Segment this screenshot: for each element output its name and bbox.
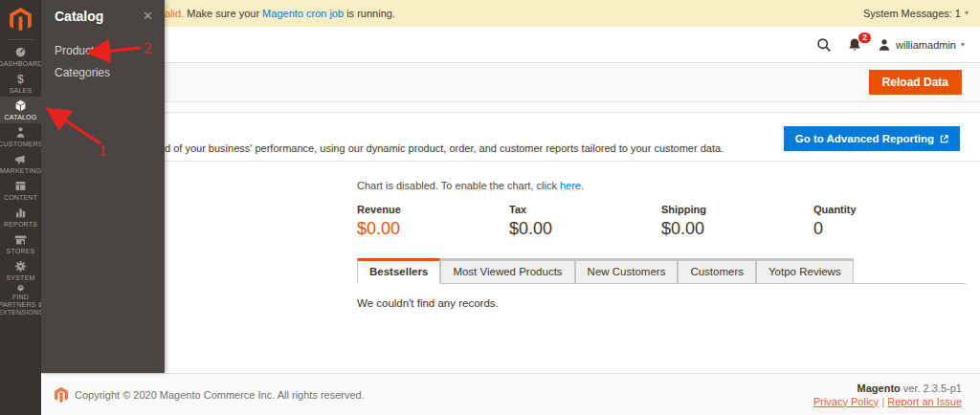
quantity-stat: Quantity 0 bbox=[813, 204, 966, 239]
dashboard-page-header: Reload Data bbox=[41, 63, 980, 102]
shipping-label: Shipping bbox=[661, 204, 813, 215]
flyout-item-products[interactable]: Products bbox=[41, 40, 165, 62]
footer-version-block: Magento ver. 2.3.5-p1 Privacy Policy | R… bbox=[813, 382, 962, 408]
sidebar-item-content[interactable]: CONTENT bbox=[0, 177, 41, 204]
system-messages-dropdown[interactable]: System Messages: 1 ▾ bbox=[863, 8, 980, 19]
tab-bestsellers[interactable]: Bestsellers bbox=[357, 258, 440, 284]
shipping-value: $0.00 bbox=[661, 219, 813, 239]
magento-admin-app: alid. Make sure your Magento cron job is… bbox=[0, 0, 980, 415]
no-records-message: We couldn't find any records. bbox=[357, 297, 966, 309]
content-icon bbox=[14, 180, 27, 192]
copyright-text: Copyright © 2020 Magento Commerce Inc. A… bbox=[75, 389, 365, 401]
go-to-advanced-reporting-button[interactable]: Go to Advanced Reporting bbox=[784, 126, 960, 151]
catalog-icon bbox=[14, 99, 27, 112]
revenue-stat: Revenue $0.00 bbox=[357, 204, 509, 239]
shipping-stat: Shipping $0.00 bbox=[661, 204, 813, 239]
search-button[interactable] bbox=[816, 37, 832, 53]
tab-customers[interactable]: Customers bbox=[678, 258, 756, 284]
sidebar-item-marketing[interactable]: MARKETING bbox=[0, 150, 41, 177]
revenue-value: $0.00 bbox=[357, 219, 509, 239]
indexer-invalid-text: alid. bbox=[165, 8, 184, 19]
magento-logo-button[interactable] bbox=[0, 0, 41, 39]
sidebar-item-sales[interactable]: $ SALES bbox=[0, 70, 41, 97]
magento-logo-icon bbox=[10, 8, 32, 33]
find-partners-icon bbox=[14, 284, 27, 292]
sidebar-item-catalog[interactable]: CATALOG bbox=[0, 97, 41, 123]
revenue-label: Revenue bbox=[357, 204, 509, 215]
system-icon bbox=[14, 260, 27, 273]
dashboard-tab-strip: Bestsellers Most Viewed Products New Cus… bbox=[357, 258, 966, 284]
notifications-button[interactable]: 2 bbox=[847, 37, 862, 53]
sidebar-item-reports[interactable]: REPORTS bbox=[0, 204, 41, 230]
chevron-down-icon: ▾ bbox=[961, 41, 965, 49]
catalog-flyout-menu: Catalog ✕ Products Categories bbox=[41, 0, 165, 373]
reload-data-button[interactable]: Reload Data bbox=[869, 70, 962, 95]
marketing-icon bbox=[14, 153, 27, 165]
close-icon[interactable]: ✕ bbox=[143, 9, 153, 24]
sidebar-item-system[interactable]: SYSTEM bbox=[0, 257, 41, 284]
advanced-reporting-description: d of your business' performance, using o… bbox=[165, 142, 724, 154]
main-area: alid. Make sure your Magento cron job is… bbox=[41, 0, 980, 415]
footer-links: Privacy Policy | Report an Issue bbox=[813, 395, 962, 408]
magento-logo-icon bbox=[55, 387, 68, 403]
advanced-reporting-banner: d of your business' performance, using o… bbox=[41, 112, 980, 162]
privacy-policy-link[interactable]: Privacy Policy bbox=[813, 396, 879, 407]
svg-text:$: $ bbox=[17, 73, 24, 85]
username-label: williamadmin bbox=[896, 39, 956, 51]
flyout-item-categories[interactable]: Categories bbox=[41, 62, 165, 84]
customers-icon bbox=[14, 126, 27, 139]
admin-user-menu[interactable]: williamadmin ▾ bbox=[878, 38, 965, 52]
stores-icon bbox=[14, 233, 27, 246]
enable-chart-link[interactable]: here bbox=[560, 180, 581, 191]
search-icon bbox=[816, 37, 832, 53]
sales-icon: $ bbox=[14, 73, 27, 85]
totals-row: Revenue $0.00 Tax $0.00 Shipping $0.00 Q… bbox=[357, 204, 966, 239]
tax-value: $0.00 bbox=[509, 219, 661, 239]
tab-new-customers[interactable]: New Customers bbox=[575, 258, 679, 284]
admin-header: 2 williamadmin ▾ bbox=[41, 27, 980, 63]
sidebar-item-find-partners[interactable]: FIND PARTNERS & EXTENSIONS bbox=[0, 284, 41, 317]
chevron-down-icon: ▾ bbox=[965, 10, 969, 17]
quantity-label: Quantity bbox=[813, 204, 966, 215]
sidebar-divider bbox=[7, 39, 34, 40]
flyout-title: Catalog bbox=[55, 9, 103, 24]
tax-label: Tax bbox=[509, 204, 661, 215]
version-line: Magento ver. 2.3.5-p1 bbox=[813, 382, 962, 395]
external-link-icon bbox=[940, 135, 948, 143]
system-messages-label: System Messages: 1 bbox=[863, 8, 961, 19]
footer-copyright-block: Copyright © 2020 Magento Commerce Inc. A… bbox=[55, 387, 365, 403]
cron-job-link[interactable]: Magento cron job bbox=[262, 8, 344, 19]
user-icon bbox=[878, 38, 891, 52]
notification-count-badge: 2 bbox=[858, 33, 871, 43]
dashboard-content-column: Chart is disabled. To enable the chart, … bbox=[357, 180, 966, 309]
reports-icon bbox=[14, 207, 27, 219]
admin-sidebar: DASHBOARD $ SALES CATALOG CUSTOMERS MARK… bbox=[0, 0, 41, 415]
dashboard-icon bbox=[14, 46, 27, 58]
tax-stat: Tax $0.00 bbox=[509, 204, 661, 239]
quantity-value: 0 bbox=[813, 219, 966, 239]
sidebar-item-customers[interactable]: CUSTOMERS bbox=[0, 123, 41, 150]
tab-yotpo-reviews[interactable]: Yotpo Reviews bbox=[756, 258, 854, 284]
flyout-items: Products Categories bbox=[41, 40, 165, 84]
indexer-warning-message: alid. Make sure your Magento cron job is… bbox=[165, 8, 395, 19]
sidebar-nav: DASHBOARD $ SALES CATALOG CUSTOMERS MARK… bbox=[0, 43, 41, 317]
system-notification-bar: alid. Make sure your Magento cron job is… bbox=[41, 0, 980, 27]
flyout-header: Catalog ✕ bbox=[41, 0, 165, 24]
sidebar-item-dashboard[interactable]: DASHBOARD bbox=[0, 43, 41, 70]
tab-most-viewed-products[interactable]: Most Viewed Products bbox=[440, 258, 574, 284]
sidebar-item-stores[interactable]: STORES bbox=[0, 230, 41, 257]
chart-disabled-notice: Chart is disabled. To enable the chart, … bbox=[357, 180, 966, 191]
admin-footer: Copyright © 2020 Magento Commerce Inc. A… bbox=[41, 373, 980, 415]
report-issue-link[interactable]: Report an Issue bbox=[887, 396, 962, 407]
